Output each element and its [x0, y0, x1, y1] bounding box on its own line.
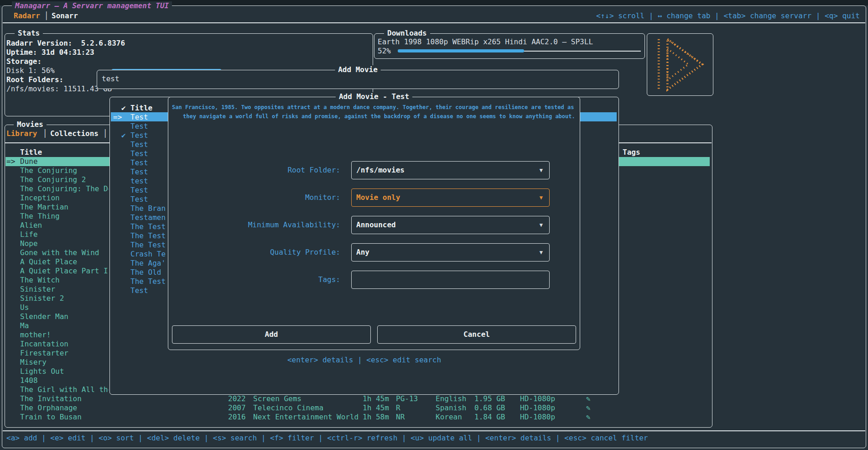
movie-description-line2: they navigate a world full of risks and … — [183, 112, 577, 121]
dropdown-minimum-availability-[interactable]: Announced▼ — [351, 216, 550, 234]
chevron-down-icon: ▼ — [540, 166, 543, 175]
result-row-title: test — [130, 177, 148, 186]
library-row-title: Gone with the Wind — [20, 248, 109, 257]
tab-radarr[interactable]: Radarr — [14, 11, 40, 21]
stats-disk-label: Disk 1: 56% — [6, 66, 55, 75]
library-row-title: Firestarter — [20, 349, 109, 358]
stats-panel-title: Stats — [15, 29, 43, 38]
result-row-title: The Old — [130, 268, 161, 277]
cancel-button[interactable]: Cancel — [377, 325, 576, 344]
results-title-header: Title — [130, 104, 152, 113]
library-row-title: Lights Out — [20, 367, 109, 376]
add-movie-modal: Add Movie - Test San Francisco, 1985. Tw… — [168, 97, 580, 350]
result-row-title: Crash Te — [130, 250, 166, 259]
result-row-title: The Test — [130, 277, 166, 286]
chevron-down-icon: ▼ — [540, 193, 543, 202]
library-row-title: 1408 — [20, 376, 109, 385]
download-progress-track — [524, 51, 641, 52]
add-movie-search-input[interactable]: test — [102, 74, 120, 84]
library-row-title: The Orphanage — [20, 403, 109, 413]
library-column-title: Title — [20, 148, 42, 157]
library-row-title: Dune — [20, 157, 109, 166]
library-tab-separator-1: │ — [43, 129, 47, 138]
library-row-studio: Next Entertainment World — [253, 413, 359, 422]
field-label-tags-: Tags: — [168, 275, 340, 284]
tab-collections[interactable]: Collections — [50, 129, 99, 138]
library-row-size: 0.68 GB — [474, 403, 505, 413]
library-row-title: The Martian — [20, 203, 109, 212]
library-row-language: Korean — [436, 413, 462, 422]
field-label-root-folder-: Root Folder: — [168, 166, 340, 175]
result-row-title: Test — [130, 158, 148, 167]
library-row-title: The Girl with All the — [20, 385, 109, 394]
library-row[interactable]: Train to Busan2016Next Entertainment Wor… — [0, 413, 712, 422]
field-value: /nfs/movies — [356, 166, 405, 175]
library-row-title: Us — [20, 303, 109, 312]
library-row-title: The Conjuring — [20, 166, 109, 175]
results-check-header-icon: ✔ — [121, 104, 126, 113]
app-title: Managarr – A Servarr management TUI — [12, 1, 172, 10]
library-row-title: The Invitation — [20, 394, 109, 403]
library-row-studio: Telecinco Cinema — [253, 403, 323, 413]
top-help-keybindings: <↑↓> scroll | ↔ change tab | <tab> chang… — [596, 11, 860, 21]
library-row-title: Life — [20, 230, 109, 239]
library-row-runtime: 1h 58m — [363, 413, 389, 422]
downloads-panel-title: Downloads — [384, 29, 430, 38]
dropdown-root-folder-[interactable]: /nfs/movies▼ — [351, 161, 550, 179]
library-row-size: 1.84 GB — [474, 413, 505, 422]
result-row-title: Test — [130, 195, 148, 204]
library-row[interactable]: The Orphanage2007Telecinco Cinema1h 45mR… — [0, 403, 712, 413]
stats-storage-label: Storage: — [6, 57, 42, 66]
result-row-title: Test — [130, 149, 148, 158]
library-row-language: Spanish — [436, 403, 466, 413]
library-row-title: mother! — [20, 330, 109, 340]
dropdown-quality-profile-[interactable]: Any▼ — [351, 243, 550, 262]
library-row-title: Slender Man — [20, 312, 109, 321]
library-row-title: The Conjuring 2 — [20, 175, 109, 184]
library-row-runtime: 1h 45m — [363, 403, 389, 413]
result-row-title: Test — [130, 286, 148, 295]
stats-version: Radarr Version: 5.2.6.8376 — [6, 39, 125, 48]
library-column-tags: Tags — [623, 148, 640, 157]
library-row-title: A Quiet Place — [20, 257, 109, 267]
library-row-year: 2016 — [228, 413, 246, 422]
library-row-rating: PG-13 — [396, 394, 418, 403]
stats-uptime: Uptime: 31d 04:31:23 — [6, 48, 94, 57]
library-row-title: The Witch — [20, 276, 109, 285]
add-button[interactable]: Add — [172, 325, 371, 344]
library-row-runtime: 1h 45m — [363, 394, 389, 403]
chevron-down-icon: ▼ — [540, 220, 543, 230]
tags-input[interactable] — [351, 271, 550, 289]
library-row-edit-icon[interactable]: ✎ — [586, 403, 591, 413]
library-row-size: 1.95 GB — [474, 394, 505, 403]
library-row-title: Misery — [20, 358, 109, 367]
library-row-quality: HD-1080p — [520, 394, 555, 403]
result-row-title: Test — [130, 122, 148, 131]
stats-rootfolder-value: /nfs/movies: 11511.43 GB — [6, 84, 112, 94]
bottom-bar-divider — [3, 430, 865, 431]
dropdown-monitor-[interactable]: Movie only▼ — [351, 188, 550, 207]
chevron-down-icon: ▼ — [540, 248, 543, 257]
download-item-name: Earth 1998 1080p WEBRip x265 Hindi AAC2.… — [378, 37, 593, 47]
library-row-quality: HD-1080p — [520, 413, 555, 422]
bottom-help-keybindings: <a> add | <e> edit | <o> sort | <del> de… — [6, 434, 648, 443]
library-row-quality: HD-1080p — [520, 403, 555, 413]
tab-sonarr[interactable]: Sonarr — [52, 11, 78, 21]
result-row-title: Testamen — [130, 213, 166, 222]
library-row-edit-icon[interactable]: ✎ — [586, 394, 591, 403]
result-row-title: Test — [130, 140, 148, 149]
field-value: Any — [356, 248, 369, 257]
library-row-rating: NR — [396, 413, 405, 422]
library-row[interactable]: The Invitation2022Screen Gems1h 45mPG-13… — [0, 394, 712, 403]
add-movie-search-box[interactable]: Add Movie test — [97, 70, 619, 89]
library-row-title: The Thing — [20, 212, 109, 221]
result-row-title: The Aga' — [130, 259, 166, 268]
tab-library[interactable]: Library — [6, 129, 37, 138]
library-row-edit-icon[interactable]: ✎ — [586, 413, 591, 422]
field-value: Movie only — [356, 193, 400, 202]
field-label-monitor-: Monitor: — [168, 193, 340, 202]
library-row-title: Ma — [20, 321, 109, 330]
library-row-year: 2007 — [228, 403, 246, 413]
result-row-title: The Bran — [130, 204, 166, 213]
add-movie-search-title: Add Movie — [335, 65, 381, 74]
